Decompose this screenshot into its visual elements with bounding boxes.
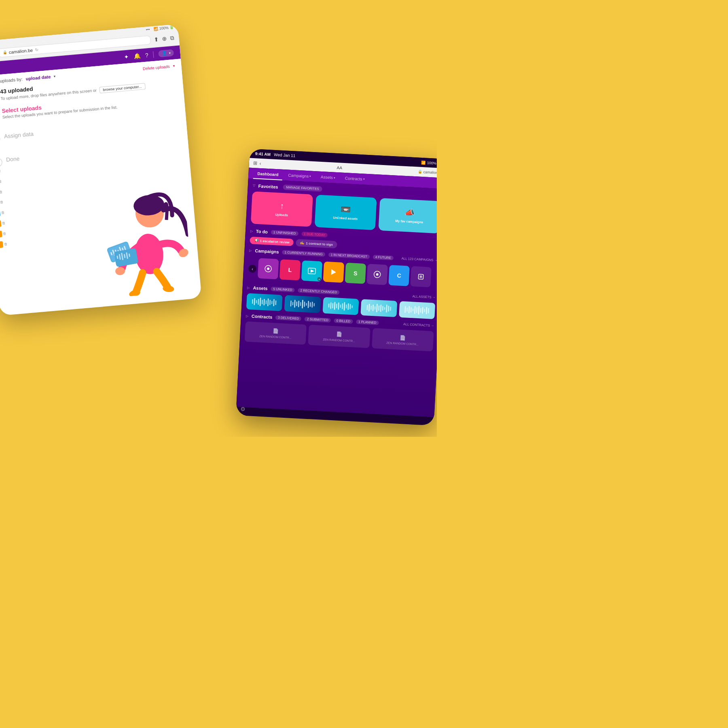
assets-badge-recent: 2 RECENTLY CHANGED	[298, 288, 339, 294]
delete-icon-9[interactable]: 🗑	[2, 221, 6, 226]
back-icon[interactable]: ‹	[259, 161, 261, 166]
svg-rect-67	[346, 305, 347, 309]
contract-card-3[interactable]: 📄 ZEN RANDOM CONTR...	[372, 328, 434, 351]
contract-label: 1 contract to sign	[306, 241, 333, 246]
delete-icon-7[interactable]: 🗑	[0, 200, 4, 205]
fav-card-unlinked[interactable]: 📼 Unlinked assets	[315, 195, 377, 230]
help-icon[interactable]: ?	[145, 52, 148, 59]
assets-section: ▷ Assets 5 UNLINKED 2 RECENTLY CHANGED A…	[246, 285, 436, 319]
campaigns-badge-future: 4 FUTURE	[373, 254, 394, 260]
time-display: 9:41 AM Wed Jan 11	[255, 151, 296, 158]
fav-uploads-label: Uploads	[275, 213, 288, 217]
campaign-card-4[interactable]	[323, 262, 345, 283]
share-icon[interactable]: ⬆	[154, 36, 159, 43]
campaigns-badge-broadcast: 1 IN NEXT BROADCAST	[328, 252, 370, 259]
delete-label[interactable]: Delete uploads	[142, 64, 169, 71]
svg-rect-49	[298, 301, 299, 307]
favorites-collapse-icon[interactable]: ▽	[253, 184, 255, 187]
campaigns-all-link[interactable]: ALL 123 CAMPAIGNS →	[401, 256, 437, 262]
svg-rect-38	[264, 299, 265, 305]
strip-prev-btn[interactable]: ‹	[248, 265, 257, 273]
star-icon[interactable]: ✦	[124, 53, 129, 60]
contract-file-icon-3: 📄	[400, 334, 406, 341]
settings-icon[interactable]: ⚙	[240, 406, 245, 413]
contract-card-1-label: ZEN RANDOM CONTR...	[259, 334, 292, 339]
assets-collapse-icon[interactable]: ▷	[247, 286, 250, 289]
svg-rect-65	[342, 303, 343, 309]
svg-rect-39	[266, 300, 267, 304]
campaign-card-8[interactable]	[410, 266, 432, 288]
svg-rect-63	[338, 303, 339, 310]
fav-card-campaigns[interactable]: 📣 My fav campaigns	[378, 198, 437, 234]
svg-rect-37	[262, 300, 263, 304]
tag-orange-6: ?	[0, 231, 2, 238]
escalation-icon: 📢	[254, 238, 258, 243]
waveform-2[interactable]	[284, 295, 321, 313]
waveform-3[interactable]	[322, 297, 359, 315]
sidebar-toggle-icon[interactable]: ⊞	[253, 160, 257, 166]
step-4: Done	[0, 141, 182, 167]
todo-collapse-icon[interactable]: ▷	[250, 229, 253, 233]
campaign-card-1[interactable]	[258, 258, 279, 279]
delete-icon-8[interactable]: 🗑	[1, 211, 5, 215]
user-avatar[interactable]: 👤 ▾	[158, 49, 174, 57]
group-by-value[interactable]: upload date	[25, 74, 51, 81]
delete-icon-10[interactable]: 🗑	[3, 231, 7, 236]
fav-unlinked-label: Unlinked assets	[333, 216, 358, 221]
contracts-all-link[interactable]: ALL CONTRACTS →	[403, 322, 434, 328]
delete-icon-6[interactable]: 🗑	[0, 190, 3, 194]
list-item: ? 🗑	[0, 229, 11, 239]
campaign-card-2[interactable]: L	[279, 259, 301, 281]
svg-rect-31	[419, 275, 422, 278]
svg-rect-36	[260, 298, 261, 306]
contracts-collapse-icon[interactable]: ▷	[246, 314, 248, 317]
svg-rect-94	[424, 309, 425, 312]
contract-card-1[interactable]: 📄 ZEN RANDOM CONTR...	[245, 322, 307, 345]
assets-title: Assets	[253, 286, 268, 291]
step-3-title: Assign data	[4, 131, 34, 140]
step-3: Assign data	[0, 118, 180, 144]
todo-badge-unfinished: 1 UNFINISHED	[271, 230, 298, 236]
escalation-tag[interactable]: 📢 1 escalation review	[250, 237, 294, 246]
campaign-card-3[interactable]: ●	[301, 260, 323, 282]
svg-rect-33	[254, 298, 255, 305]
contracts-title: Contracts	[252, 313, 273, 320]
svg-rect-58	[328, 304, 330, 308]
new-tab-icon[interactable]: ⊕	[162, 35, 167, 42]
delete-icon-3[interactable]: 🗑	[0, 158, 0, 163]
favorites-grid: ↑ Uploads 📼 Unlinked assets 📣 My fav cam…	[251, 191, 437, 233]
nav-contracts[interactable]: Contracts ▾	[341, 173, 369, 185]
svg-rect-92	[420, 308, 421, 313]
svg-rect-47	[294, 300, 295, 307]
campaign-card-5[interactable]: S	[345, 262, 366, 284]
campaign-card-7[interactable]: C	[388, 265, 410, 286]
domain-text: 🔒 camalion.be	[418, 169, 437, 175]
text-size-btn[interactable]: AA	[336, 165, 342, 170]
svg-rect-76	[376, 304, 377, 312]
bell-icon[interactable]: 🔔	[133, 52, 140, 59]
waveform-4[interactable]	[361, 299, 397, 317]
contract-sign-icon: ✍	[300, 241, 305, 245]
waveform-1[interactable]	[246, 293, 283, 311]
campaign-card-6[interactable]	[366, 264, 388, 285]
delete-icon-5[interactable]: 🗑	[0, 179, 2, 184]
contract-tag[interactable]: ✍ 1 contract to sign	[296, 239, 337, 248]
contract-card-2[interactable]: 📄 ZEN RANDOM CONTR...	[308, 325, 370, 348]
assets-all-link[interactable]: ALL ASSETS →	[412, 294, 436, 299]
fav-card-uploads[interactable]: ↑ Uploads	[251, 191, 313, 227]
list-item: ? 🗑	[0, 197, 8, 208]
nav-campaigns[interactable]: Campaigns ▾	[284, 169, 315, 182]
nav-dashboard[interactable]: Dashboard	[253, 168, 283, 180]
nav-assets[interactable]: Assets ▾	[316, 171, 339, 183]
manage-favorites-btn[interactable]: MANAGE FAVORITES	[283, 184, 322, 192]
svg-rect-90	[416, 307, 417, 313]
contracts-badge-planned: 1 PLANNED	[356, 319, 379, 325]
delete-icon-4[interactable]: 🗑	[0, 169, 1, 173]
svg-rect-40	[267, 298, 269, 306]
waveform-5[interactable]	[399, 301, 435, 320]
campaigns-collapse-icon[interactable]: ▷	[249, 248, 252, 252]
delete-icon-11[interactable]: 🗑	[4, 242, 8, 246]
contracts-badge-delivered: 3 DELIVERED	[275, 315, 302, 321]
tabs-icon[interactable]: ⧉	[170, 34, 174, 42]
svg-rect-35	[258, 299, 259, 305]
